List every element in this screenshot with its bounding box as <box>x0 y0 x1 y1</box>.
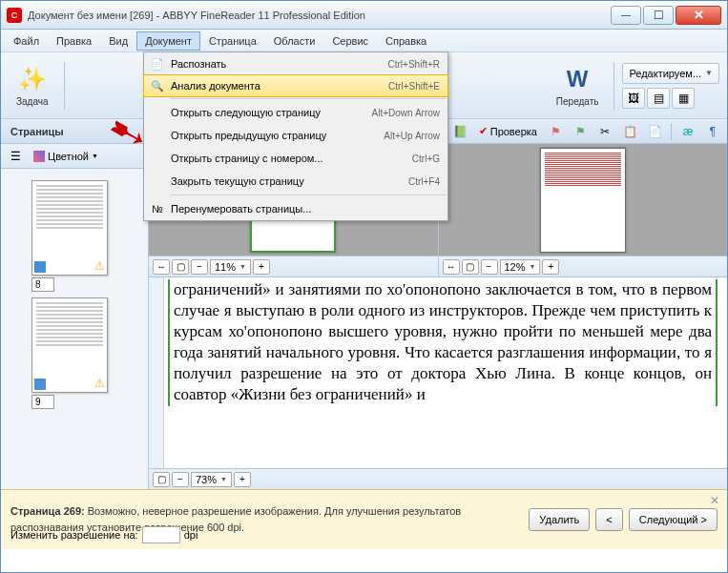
zoom-right-value: 12% <box>505 261 526 273</box>
menu-areas[interactable]: Области <box>265 31 324 51</box>
thumbnail-page-8[interactable]: ⚠ 8 <box>31 180 117 292</box>
recognize-icon-button[interactable]: 📗 <box>450 122 471 141</box>
delete-button[interactable]: Удалить <box>529 508 590 531</box>
resolution-row: Изменить разрешение на: dpi <box>10 526 198 543</box>
status-bar: Страница 269: Возможно, неверное разреше… <box>1 489 727 549</box>
analyze-icon: 🔍 <box>144 80 171 92</box>
app-icon: C <box>7 8 22 23</box>
menu-next-page-shortcut: Alt+Down Arrow <box>372 108 440 118</box>
menubar: Файл Правка Вид Документ Страница Област… <box>1 30 727 52</box>
menu-help[interactable]: Справка <box>377 31 435 51</box>
zoom-out-button[interactable]: − <box>172 472 189 487</box>
menu-service[interactable]: Сервис <box>323 31 377 51</box>
recognized-badge-icon <box>34 261 46 273</box>
zoom-in-button[interactable]: + <box>234 472 251 487</box>
chevron-down-icon: ▼ <box>530 263 536 270</box>
right-zoom-bar: ↔ ▢ − 12%▼ + <box>439 256 728 276</box>
pilcrow-button[interactable]: ¶ <box>702 122 723 141</box>
menu-edit[interactable]: Правка <box>48 31 100 51</box>
menu-analyze-label: Анализ документа <box>171 80 388 92</box>
thumbnail-page-9[interactable]: ⚠ 9 <box>31 297 117 409</box>
menu-file[interactable]: Файл <box>5 31 48 51</box>
menu-prev-page[interactable]: Открыть предыдущую страницу Alt+Up Arrow <box>144 124 447 147</box>
menu-recognize-shortcut: Ctrl+Shift+R <box>388 59 440 70</box>
zoom-in-button[interactable]: + <box>253 259 270 275</box>
chevron-down-icon: ▼ <box>239 263 246 270</box>
dpi-input[interactable] <box>142 526 180 543</box>
color-mode-select[interactable]: Цветной ▼ <box>30 151 102 162</box>
fit-button[interactable]: ▢ <box>153 472 170 487</box>
menu-document[interactable]: Документ <box>136 31 200 51</box>
layout-image-button[interactable]: 🖼 <box>622 88 645 109</box>
layout-table-button[interactable]: ▦ <box>672 88 695 109</box>
text-content[interactable]: ограничений» и занятиями по хо'опонопоно… <box>164 277 727 468</box>
transfer-button[interactable]: W Передать <box>549 60 607 111</box>
menu-open-num[interactable]: Открыть страницу с номером... Ctrl+G <box>144 147 447 170</box>
dpi-label: dpi <box>184 529 198 541</box>
color-label: Цветной <box>48 151 89 162</box>
fit-page-button[interactable]: ▢ <box>462 259 479 275</box>
close-button[interactable]: ✕ <box>676 6 721 25</box>
minimize-button[interactable]: — <box>611 6 641 25</box>
window-title: Документ без имени [269] - ABBYY FineRea… <box>28 10 611 21</box>
vertical-ruler <box>149 277 164 468</box>
status-close-button[interactable]: ✕ <box>708 494 721 507</box>
edit-mode-dropdown[interactable]: Редактируем... ▼ <box>622 63 719 84</box>
task-button[interactable]: ✨ Задача <box>9 60 56 111</box>
zoom-right-select[interactable]: 12%▼ <box>500 259 541 275</box>
menu-renumber[interactable]: № Перенумеровать страницы... <box>144 197 447 220</box>
ocr-canvas[interactable] <box>439 144 728 256</box>
layout-columns-button[interactable]: ▤ <box>647 88 670 109</box>
next-issue-button[interactable]: Следующий > <box>629 508 718 531</box>
menu-close-page[interactable]: Закрыть текущую страницу Ctrl+F4 <box>144 170 447 193</box>
menu-recognize-label: Распознать <box>171 58 388 70</box>
page-number: 8 <box>31 277 54 292</box>
zoom-in-button[interactable]: + <box>542 259 559 275</box>
paste-button[interactable]: 📄 <box>644 122 665 141</box>
change-res-label: Изменить разрешение на: <box>10 529 138 541</box>
menu-recognize[interactable]: 📄 Распознать Ctrl+Shift+R <box>144 52 447 75</box>
prev-issue-button[interactable]: < <box>595 508 622 531</box>
fit-width-button[interactable]: ↔ <box>443 259 460 275</box>
menu-page[interactable]: Страница <box>200 31 265 51</box>
zoom-left-select[interactable]: 11%▼ <box>210 259 251 275</box>
menu-renumber-label: Перенумеровать страницы... <box>171 203 440 215</box>
pages-panel-title: Страницы <box>1 126 149 137</box>
page-number: 9 <box>31 395 54 409</box>
transfer-label: Передать <box>556 96 599 107</box>
maximize-button[interactable]: ☐ <box>643 6 674 25</box>
flag-pink-icon[interactable]: ⚑ <box>545 122 566 141</box>
status-page-label: Страница 269: <box>10 505 85 517</box>
menu-next-page[interactable]: Открыть следующую страницу Alt+Down Arro… <box>144 101 447 124</box>
special-char-button[interactable]: æ <box>677 122 698 141</box>
menu-prev-page-shortcut: Alt+Up Arrow <box>384 131 440 141</box>
zoom-out-button[interactable]: − <box>481 259 498 275</box>
chevron-down-icon: ▼ <box>220 476 227 482</box>
recognized-text[interactable]: ограничений» и занятиями по хо'опонопоно… <box>168 279 718 406</box>
verify-label: Проверка <box>490 126 537 137</box>
menu-analyze[interactable]: 🔍 Анализ документа Ctrl+Shift+E <box>143 74 448 97</box>
check-icon: ✔ <box>479 125 488 137</box>
menu-view[interactable]: Вид <box>100 31 136 51</box>
fit-width-button[interactable]: ↔ <box>153 259 170 275</box>
verify-button[interactable]: ✔ Проверка <box>475 125 541 137</box>
menu-close-page-shortcut: Ctrl+F4 <box>408 176 440 187</box>
bottom-zoom-bar: ▢ − 73%▼ + <box>149 468 727 489</box>
document-menu-dropdown: 📄 Распознать Ctrl+Shift+R 🔍 Анализ докум… <box>143 51 448 221</box>
copy-button[interactable]: 📋 <box>619 122 640 141</box>
thumbnails-list[interactable]: ⚠ 8 ⚠ 9 <box>1 169 148 489</box>
flag-green-icon[interactable]: ⚑ <box>570 122 591 141</box>
word-icon: W <box>562 64 593 94</box>
cut-button[interactable]: ✂ <box>594 122 615 141</box>
wand-icon: ✨ <box>17 64 48 94</box>
thumbnail-view-button[interactable]: ☰ <box>5 147 26 166</box>
zoom-bottom-select[interactable]: 73%▼ <box>191 472 232 487</box>
warning-icon: ⚠ <box>94 377 105 390</box>
menu-open-num-label: Открыть страницу с номером... <box>171 153 412 164</box>
fit-page-button[interactable]: ▢ <box>172 259 189 275</box>
edit-mode-label: Редактируем... <box>629 68 701 79</box>
zoom-out-button[interactable]: − <box>191 259 208 275</box>
menu-close-page-label: Закрыть текущую страницу <box>171 175 408 187</box>
ocr-page <box>540 148 626 253</box>
warning-icon: ⚠ <box>94 259 105 273</box>
